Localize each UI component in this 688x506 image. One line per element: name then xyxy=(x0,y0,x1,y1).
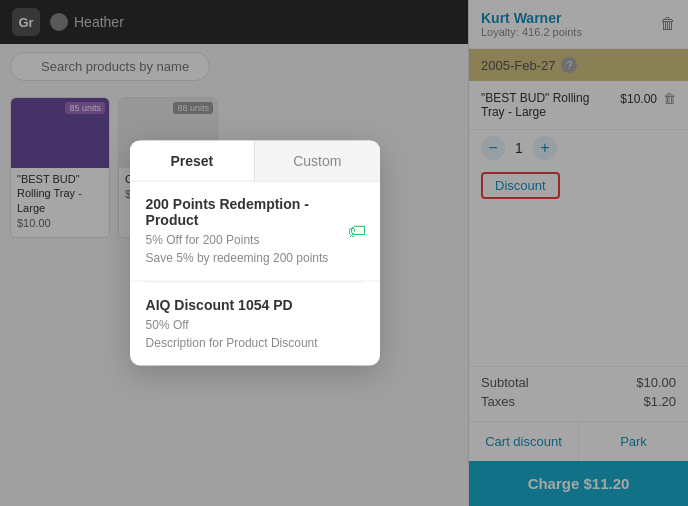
discount-modal: Preset Custom 200 Points Redemption - Pr… xyxy=(130,141,380,366)
discount-item-0[interactable]: 200 Points Redemption - Product 5% Off f… xyxy=(130,182,380,282)
tag-icon: 🏷 xyxy=(348,221,366,242)
tab-custom[interactable]: Custom xyxy=(255,141,380,181)
tab-preset[interactable]: Preset xyxy=(130,141,255,181)
modal-tabs: Preset Custom xyxy=(130,141,380,182)
discount-sub-0: 5% Off for 200 Points Save 5% by redeemi… xyxy=(146,231,364,267)
modal-body: 200 Points Redemption - Product 5% Off f… xyxy=(130,182,380,366)
discount-sub-1: 50% Off Description for Product Discount xyxy=(146,316,364,352)
discount-item-1[interactable]: AIQ Discount 1054 PD 50% Off Description… xyxy=(130,283,380,366)
discount-title-1: AIQ Discount 1054 PD xyxy=(146,297,364,313)
discount-title-0: 200 Points Redemption - Product xyxy=(146,196,364,228)
